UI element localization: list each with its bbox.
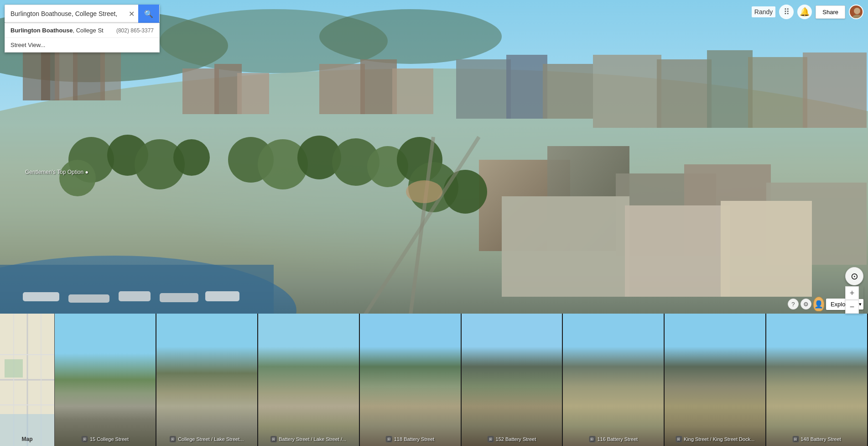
- street-view-icon-5: ⊞: [488, 436, 494, 442]
- thumb-label-8: ⊞ 148 Battery Street: [792, 436, 841, 442]
- bell-icon: 🔔: [800, 7, 810, 17]
- pegman-icon: 👤: [814, 300, 823, 309]
- zoom-in-button[interactable]: +: [845, 286, 859, 300]
- result-rest-text: , College St: [73, 27, 104, 34]
- compass-icon: ⊙: [851, 271, 858, 282]
- search-dropdown: Burlington Boathouse, College St (802) 8…: [5, 23, 160, 52]
- search-clear-button[interactable]: ✕: [125, 10, 138, 18]
- street-view-icon-7: ⊞: [676, 436, 682, 442]
- map-controls: ⊙ + −: [845, 267, 863, 314]
- svg-point-56: [852, 15, 862, 19]
- user-name: Randy: [752, 6, 775, 17]
- street-view-icon-4: ⊞: [386, 436, 392, 442]
- street-view-icon-3: ⊞: [270, 436, 277, 442]
- street-thumbnails: ⊞ 15 College Street ⊞ College Street / L…: [55, 314, 868, 446]
- street-view-icon-1: ⊞: [82, 436, 88, 442]
- gentlemens-label[interactable]: Gentlemen's Top Option ●: [25, 169, 88, 175]
- search-box: ✕ 🔍: [5, 5, 160, 23]
- grid-icon: ⠿: [784, 7, 790, 17]
- street-thumb-3[interactable]: ⊞ Battery Street / Lake Street /...: [258, 314, 360, 446]
- street-thumb-6[interactable]: ⊞ 116 Battery Street: [563, 314, 665, 446]
- street-thumb-4[interactable]: ⊞ 118 Battery Street: [360, 314, 462, 446]
- svg-rect-65: [5, 359, 23, 378]
- street-thumb-2[interactable]: ⊞ College Street / Lake Street...: [156, 314, 258, 446]
- svg-point-55: [854, 8, 860, 14]
- street-view-item[interactable]: Street View...: [5, 38, 159, 52]
- zoom-controls: + −: [845, 286, 863, 314]
- user-avatar[interactable]: [849, 5, 863, 19]
- search-input[interactable]: [5, 10, 125, 17]
- street-thumb-8[interactable]: ⊞ 148 Battery Street: [766, 314, 868, 446]
- pegman-button[interactable]: 👤: [813, 297, 824, 311]
- zoom-out-button[interactable]: −: [845, 300, 859, 314]
- result-bold-text: Burlington Boathouse: [10, 27, 73, 34]
- thumb-label-4: ⊞ 118 Battery Street: [386, 436, 435, 442]
- settings-button[interactable]: ⚙: [800, 299, 811, 310]
- map-thumbnail[interactable]: Map: [0, 314, 55, 446]
- compass-button[interactable]: ⊙: [845, 267, 863, 285]
- search-icon: 🔍: [144, 10, 153, 18]
- map-label: Map: [22, 436, 33, 442]
- thumb-label-1: ⊞ 15 College Street: [82, 436, 129, 442]
- thumb-label-3: ⊞ Battery Street / Lake Street /...: [270, 436, 346, 442]
- result-phone: (802) 865-3377: [116, 27, 154, 34]
- apps-icon[interactable]: ⠿: [779, 5, 794, 19]
- thumb-label-2: ⊞ College Street / Lake Street...: [170, 436, 244, 442]
- help-icon: ?: [791, 301, 795, 308]
- street-thumb-1[interactable]: ⊞ 15 College Street: [55, 314, 156, 446]
- help-button[interactable]: ?: [788, 299, 799, 310]
- bottom-bar: Map ⊞ 15 College Street ⊞ College Street…: [0, 314, 868, 446]
- top-right-controls: Randy ⠿ 🔔 Share: [752, 5, 863, 19]
- share-button[interactable]: Share: [816, 5, 845, 19]
- street-view-icon-8: ⊞: [792, 436, 799, 442]
- street-view-icon-2: ⊞: [170, 436, 176, 442]
- street-thumb-7[interactable]: ⊞ King Street / King Street Dock...: [665, 314, 766, 446]
- gear-icon: ⚙: [803, 301, 809, 308]
- street-view-icon-6: ⊞: [589, 436, 595, 442]
- street-thumb-5[interactable]: ⊞ 152 Battery Street: [462, 314, 563, 446]
- search-result-item[interactable]: Burlington Boathouse, College St (802) 8…: [5, 23, 159, 38]
- notifications-icon[interactable]: 🔔: [797, 5, 812, 19]
- search-container: ✕ 🔍 Burlington Boathouse, College St (80…: [5, 5, 160, 23]
- thumb-label-6: ⊞ 116 Battery Street: [589, 436, 638, 442]
- thumb-label-7: ⊞ King Street / King Street Dock...: [676, 436, 754, 442]
- thumb-label-5: ⊞ 152 Battery Street: [488, 436, 536, 442]
- search-button[interactable]: 🔍: [138, 5, 159, 23]
